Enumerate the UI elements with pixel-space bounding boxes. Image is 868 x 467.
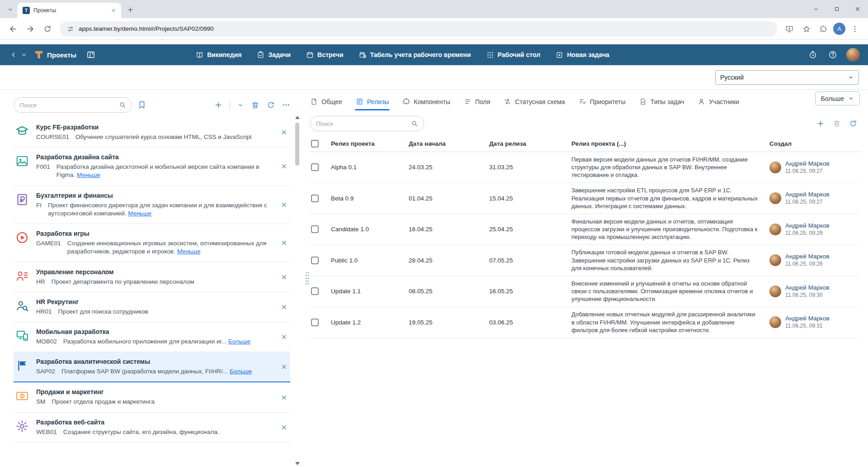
nav-back-chevron-icon[interactable] [8, 49, 19, 60]
creator-name[interactable]: Андрей Марков [785, 191, 830, 199]
project-list-item[interactable]: Курс FE-разработки COURSE01 Обучение слу… [14, 118, 290, 148]
row-checkbox[interactable] [311, 319, 319, 326]
project-close-icon[interactable] [281, 274, 288, 281]
creator-name[interactable]: Андрей Марков [785, 284, 830, 292]
release-row[interactable]: Beta 0.9 01.04.25 15.04.25 Завершение на… [310, 183, 860, 214]
project-close-icon[interactable] [281, 163, 288, 170]
row-checkbox[interactable] [311, 287, 319, 295]
details-tab[interactable]: Компоненты [402, 96, 450, 110]
select-all-checkbox[interactable] [311, 140, 319, 148]
details-tab[interactable]: Участники [698, 96, 739, 110]
project-close-icon[interactable] [281, 363, 288, 370]
projects-scrollbar[interactable] [294, 116, 300, 465]
releases-search[interactable] [310, 116, 424, 131]
more-tabs-button[interactable]: Больше [815, 91, 860, 105]
delete-release-icon[interactable] [833, 119, 841, 128]
app-nav-item[interactable]: Википедия [196, 51, 241, 59]
timer-icon[interactable] [807, 48, 819, 61]
add-release-icon[interactable] [816, 119, 825, 128]
delete-project-icon[interactable] [251, 101, 259, 110]
row-checkbox[interactable] [311, 163, 319, 171]
row-checkbox[interactable] [311, 257, 319, 264]
details-tab[interactable]: Поля [464, 96, 490, 110]
add-project-chevron-icon[interactable] [237, 102, 244, 108]
forward-button[interactable] [23, 21, 38, 37]
releases-search-input[interactable] [316, 120, 407, 127]
project-close-icon[interactable] [281, 129, 288, 136]
nav-expand-chevron-icon[interactable] [19, 50, 29, 60]
app-nav-item[interactable]: Рабочий стол [486, 51, 541, 59]
toggle-description-link[interactable]: Меньше [128, 210, 151, 217]
project-close-icon[interactable] [281, 394, 288, 401]
add-project-icon[interactable] [214, 101, 222, 109]
toggle-description-link[interactable]: Меньше [177, 248, 201, 255]
projects-search[interactable] [14, 97, 132, 113]
close-button[interactable] [847, 0, 868, 18]
project-close-icon[interactable] [281, 239, 288, 246]
project-list-item[interactable]: Разработка аналитической системы SAP02 П… [14, 352, 290, 382]
project-list-item[interactable]: Разработка дизайна сайта F001 Разработка… [14, 148, 290, 186]
project-list-item[interactable]: Разработка игры GAME01 Создание инноваци… [14, 224, 290, 262]
details-tab[interactable]: Релизы [356, 96, 389, 110]
release-row[interactable]: Update 1.1 08.05.25 16.05.25 Внесение из… [310, 276, 860, 307]
app-nav-item[interactable]: Задачи [257, 51, 291, 59]
projects-search-input[interactable] [19, 102, 115, 109]
scroll-up-button[interactable] [295, 116, 300, 119]
release-name[interactable]: Update 1.2 [331, 319, 409, 326]
release-name[interactable]: Alpha 0.1 [331, 164, 409, 171]
project-list-item[interactable]: Продажи и маркетинг SM Проект отдела про… [14, 382, 290, 412]
release-name[interactable]: Beta 0.9 [331, 195, 409, 202]
project-close-icon[interactable] [281, 201, 288, 208]
scroll-down-button[interactable] [295, 462, 300, 465]
release-row[interactable]: Update 1.2 19.05.25 03.06.25 Добавление … [310, 307, 860, 338]
refresh-releases-icon[interactable] [849, 119, 857, 128]
resize-grip-icon[interactable] [305, 272, 309, 285]
toggle-description-link[interactable]: Больше [228, 338, 250, 345]
toggle-description-link[interactable]: Меньше [77, 172, 100, 178]
refresh-projects-icon[interactable] [267, 101, 275, 109]
site-settings-icon[interactable] [67, 25, 74, 33]
creator-name[interactable]: Андрей Марков [785, 315, 830, 323]
app-nav-item[interactable]: Табель учета рабочего времени [359, 51, 471, 59]
browser-profile-avatar[interactable]: A [833, 23, 845, 35]
creator-name[interactable]: Андрей Марков [785, 222, 830, 230]
tab-list-chevron-icon[interactable] [5, 4, 16, 15]
install-app-icon[interactable] [782, 21, 797, 37]
project-list-item[interactable]: HR Рекрутинг HR01 Проект для поиска сотр… [14, 292, 290, 322]
url-text[interactable]: apps.teamer.by/demo.html#/Projects/SAP02… [79, 25, 214, 32]
project-list-item[interactable]: Управление персоналом HR Проект департам… [14, 262, 290, 292]
more-actions-icon[interactable] [282, 101, 290, 109]
project-close-icon[interactable] [281, 304, 288, 310]
details-tab[interactable]: Статусная схема [504, 96, 565, 110]
app-nav-item[interactable]: Новая задача [556, 51, 609, 59]
toggle-description-link[interactable]: Больше [230, 368, 252, 375]
project-list-item[interactable]: Разработка веб-сайта WEB01 Создание стру… [14, 413, 290, 443]
project-list-item[interactable]: Бухгалтерия и финансы FI Проект финансов… [14, 186, 290, 224]
user-avatar[interactable] [846, 48, 860, 62]
saved-search-icon[interactable] [137, 100, 146, 110]
details-tab[interactable]: Типы задач [639, 96, 684, 110]
row-checkbox[interactable] [311, 195, 319, 202]
new-tab-button[interactable] [124, 3, 137, 16]
release-name[interactable]: Public 1.0 [331, 257, 409, 264]
back-button[interactable] [5, 21, 21, 37]
release-name[interactable]: Update 1.1 [331, 288, 409, 295]
maximize-button[interactable] [826, 0, 847, 18]
release-name[interactable]: Candidate 1.0 [331, 226, 409, 233]
app-nav-item[interactable]: Встречи [306, 51, 343, 59]
panel-splitter[interactable] [304, 90, 310, 467]
reload-button[interactable] [40, 21, 55, 37]
release-row[interactable]: Public 1.0 28.04.25 07.05.25 Публикация … [310, 245, 860, 276]
release-row[interactable]: Candidate 1.0 16.04.25 25.04.25 Финальна… [310, 214, 860, 245]
creator-name[interactable]: Андрей Марков [785, 253, 830, 261]
project-list-item[interactable]: Мобильная разработка MOB02 Разработка мо… [14, 322, 290, 352]
details-tab[interactable]: Приоритеты [579, 96, 626, 110]
language-select[interactable]: Русский [715, 70, 859, 85]
browser-tab[interactable]: T Проекты [17, 3, 121, 18]
details-tab[interactable]: Общее [310, 96, 342, 110]
projects-board-icon[interactable] [85, 48, 97, 61]
browser-menu-icon[interactable] [847, 21, 863, 37]
tab-close-icon[interactable] [109, 6, 118, 14]
project-close-icon[interactable] [281, 334, 288, 340]
project-close-icon[interactable] [281, 424, 288, 431]
